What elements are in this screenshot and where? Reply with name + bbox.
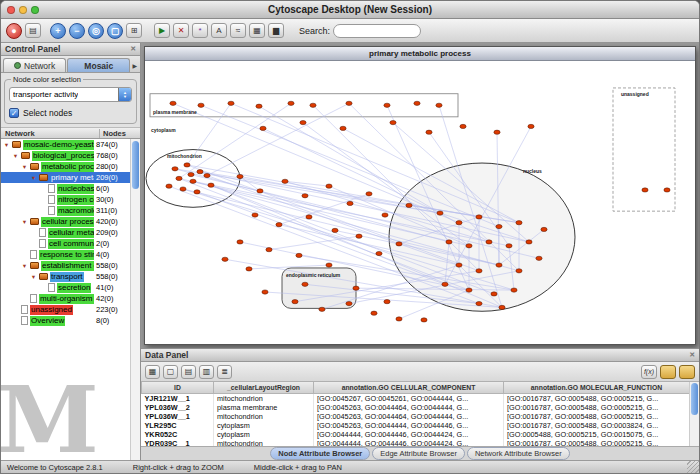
network-node[interactable] (176, 176, 182, 180)
chart-icon[interactable]: ▆ (268, 23, 284, 38)
network-node[interactable] (496, 263, 502, 267)
network-node[interactable] (390, 120, 396, 124)
network-node[interactable] (356, 234, 362, 238)
network-node[interactable] (347, 201, 353, 205)
table-row[interactable]: YJR121W__1mitochondrion[GO:0045267, GO:0… (142, 393, 690, 403)
network-node[interactable] (506, 244, 512, 248)
table-cell[interactable]: [GO:0045263, GO:0044464, GO:0044444, G..… (314, 412, 504, 421)
network-node[interactable] (664, 188, 670, 192)
network-node[interactable] (310, 103, 316, 107)
network-node[interactable] (292, 300, 298, 304)
tree-item-multi-organism-pro[interactable]: multi-organism pro...42(0) (1, 293, 140, 304)
select-attributes-icon[interactable]: ▦ (145, 365, 160, 379)
table-cell[interactable]: cytoplasm (214, 430, 314, 439)
network-node[interactable] (382, 213, 388, 217)
unselect-attributes-icon[interactable]: ▢ (163, 365, 178, 379)
network-node[interactable] (499, 305, 505, 309)
network-node[interactable] (237, 174, 243, 178)
close-panel-icon[interactable]: ✕ (130, 45, 136, 53)
column-header-cellularlayoutregion[interactable]: _cellularLayoutRegion (214, 382, 314, 393)
tree-column-nodes[interactable]: Nodes (100, 129, 140, 138)
network-node[interactable] (516, 221, 522, 225)
table-scrollbar-thumb[interactable] (691, 383, 698, 415)
network-node[interactable] (456, 221, 462, 225)
resize-grip[interactable] (687, 461, 699, 473)
tab-node-attribute-browser[interactable]: Node Attribute Browser (270, 447, 370, 460)
open-session-icon[interactable]: ▤ (25, 23, 41, 38)
network-node[interactable] (228, 101, 234, 105)
tree-item-nucleobase[interactable]: nucleobase...6(0) (1, 183, 140, 194)
network-node[interactable] (184, 163, 190, 167)
network-node[interactable] (288, 101, 294, 105)
network-node[interactable] (642, 188, 648, 192)
zoom-out-icon[interactable]: − (69, 23, 85, 39)
new-attribute-icon[interactable]: ▤ (181, 365, 196, 379)
layout-icon[interactable]: ≈ (230, 23, 246, 38)
tab-mosaic[interactable]: Mosaic (67, 58, 130, 72)
tree-item-overview[interactable]: Overview8(0) (1, 315, 140, 326)
network-node[interactable] (188, 172, 194, 176)
tab-network-attribute-browser[interactable]: Network Attribute Browser (467, 447, 570, 460)
network-node[interactable] (446, 240, 452, 244)
zoom-fit-icon[interactable]: ▢ (107, 23, 123, 39)
table-cell[interactable]: [GO:0045263, GO:0044464, GO:0044444, G..… (314, 403, 504, 412)
delete-attribute-icon[interactable]: ▥ (199, 365, 214, 379)
tree-item-mosaic-demo-yeast[interactable]: ▼mosaic-demo-yeast874(0) (1, 139, 140, 150)
network-node[interactable] (170, 101, 176, 105)
network-node[interactable] (421, 318, 427, 322)
table-cell[interactable]: [GO:0045267, GO:0045261, GO:0044444, G..… (314, 393, 504, 403)
network-node[interactable] (197, 170, 203, 174)
table-cell[interactable]: YPL036W__2 (142, 403, 214, 412)
network-node[interactable] (237, 240, 243, 244)
tree-column-network[interactable]: Network (1, 129, 100, 138)
network-node[interactable] (460, 124, 466, 128)
network-node[interactable] (204, 173, 210, 177)
table-cell[interactable]: [GO:0044444, GO:0044446, GO:0044424, G..… (314, 430, 504, 439)
network-node[interactable] (260, 126, 266, 130)
network-node[interactable] (166, 184, 172, 188)
table-cell[interactable]: YLR295C (142, 421, 214, 430)
tree-item-metabolic-process[interactable]: ▼metabolic process280(0) (1, 161, 140, 172)
network-node[interactable] (406, 203, 412, 207)
network-node[interactable] (437, 211, 443, 215)
tab-edge-attribute-browser[interactable]: Edge Attribute Browser (372, 447, 465, 460)
table-cell[interactable]: mitochondrion (214, 412, 314, 421)
network-node[interactable] (276, 223, 282, 227)
network-node[interactable] (476, 301, 482, 305)
network-node[interactable] (300, 120, 306, 124)
tree-item-cellular-process[interactable]: ▼cellular process420(0) (1, 216, 140, 227)
network-node[interactable] (246, 267, 252, 271)
tree-item-biological-process[interactable]: ▼biological_process768(0) (1, 150, 140, 161)
disclosure-triangle-icon[interactable]: ▼ (21, 219, 28, 225)
network-node[interactable] (190, 179, 196, 183)
zoom-region-icon[interactable]: ⊞ (126, 23, 142, 38)
network-node[interactable] (436, 103, 442, 107)
annotation-icon[interactable]: A (211, 23, 227, 38)
network-node[interactable] (466, 244, 472, 248)
network-node[interactable] (180, 187, 186, 191)
tree-scrollbar-thumb[interactable] (132, 141, 139, 189)
disclosure-triangle-icon[interactable]: ▼ (30, 175, 37, 181)
network-node[interactable] (526, 240, 532, 244)
window-titlebar[interactable]: Cytoscape Desktop (New Session) (1, 1, 699, 19)
network-node[interactable] (384, 103, 390, 107)
import-table-icon[interactable]: ▦ (249, 23, 265, 38)
table-cell[interactable]: plasma membrane (214, 403, 314, 412)
zoom-selected-icon[interactable]: ◎ (88, 23, 104, 39)
network-node[interactable] (302, 194, 308, 198)
table-cell[interactable]: [GO:0016787, GO:0005488, GO:0005215, G..… (504, 412, 690, 421)
network-node[interactable] (346, 301, 352, 305)
close-data-panel-icon[interactable]: ✕ (689, 351, 695, 359)
network-node[interactable] (511, 288, 517, 292)
network-node[interactable] (340, 126, 346, 130)
network-node[interactable] (262, 290, 268, 294)
network-node[interactable] (257, 189, 263, 193)
zoom-window-icon[interactable] (31, 6, 39, 14)
network-node[interactable] (528, 124, 534, 128)
network-canvas[interactable]: plasma membranecytoplasmmitochondrionnuc… (145, 61, 695, 344)
network-node[interactable] (306, 215, 312, 219)
table-cell[interactable]: [GO:0044444, GO:0044446, GO:0044424, G..… (314, 439, 504, 447)
tree-item-transport[interactable]: ▼transport558(0) (1, 271, 140, 282)
network-node[interactable] (536, 256, 542, 260)
table-row[interactable]: YPL036W__2plasma membrane[GO:0045263, GO… (142, 403, 690, 412)
